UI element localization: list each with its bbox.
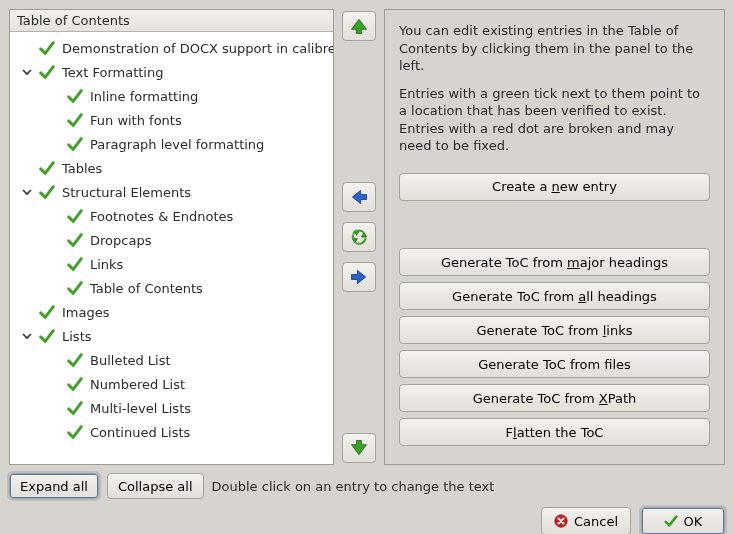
tree-item-label: Table of Contents: [88, 281, 203, 296]
tree-item-label: Bulleted List: [88, 353, 171, 368]
verified-tick-icon: [66, 351, 84, 369]
tree-item-label: Structural Elements: [60, 185, 191, 200]
tree-item-label: Fun with fonts: [88, 113, 182, 128]
generate-from-links-button[interactable]: Generate ToC from links: [399, 316, 710, 344]
expander-icon: [48, 209, 62, 223]
reorder-column: [340, 9, 378, 465]
outdent-button[interactable]: [342, 182, 376, 212]
move-down-button[interactable]: [342, 433, 376, 463]
expander-icon: [48, 89, 62, 103]
verified-tick-icon: [38, 183, 56, 201]
help-paragraph-2: Entries with a green tick next to them p…: [399, 85, 710, 155]
cancel-icon: [554, 514, 568, 528]
up-arrow-icon: [349, 16, 369, 36]
tree-item[interactable]: Multi-level Lists: [14, 396, 329, 420]
tree-item[interactable]: Structural Elements: [14, 180, 329, 204]
tree-item[interactable]: Numbered List: [14, 372, 329, 396]
tree-item[interactable]: Text Formatting: [14, 60, 329, 84]
expander-icon: [48, 281, 62, 295]
expander-icon[interactable]: [20, 65, 34, 79]
tree-item-label: Numbered List: [88, 377, 185, 392]
tree-item[interactable]: Footnotes & Endnotes: [14, 204, 329, 228]
tree-item-label: Images: [60, 305, 110, 320]
expander-icon[interactable]: [20, 185, 34, 199]
left-arrow-icon: [349, 187, 369, 207]
expander-icon: [20, 161, 34, 175]
verified-tick-icon: [66, 135, 84, 153]
indent-button[interactable]: [342, 262, 376, 292]
tree-item[interactable]: Paragraph level formatting: [14, 132, 329, 156]
right-arrow-icon: [349, 267, 369, 287]
tree-item[interactable]: Lists: [14, 324, 329, 348]
verified-tick-icon: [38, 303, 56, 321]
tree-item-label: Text Formatting: [60, 65, 163, 80]
collapse-all-button[interactable]: Collapse all: [107, 473, 204, 499]
expand-all-button[interactable]: Expand all: [9, 473, 99, 499]
expander-icon: [48, 401, 62, 415]
tree-item[interactable]: Bulleted List: [14, 348, 329, 372]
double-click-hint: Double click on an entry to change the t…: [212, 479, 495, 494]
ok-button[interactable]: OK: [641, 507, 725, 534]
tree-item-label: Multi-level Lists: [88, 401, 191, 416]
recycle-icon: [349, 227, 369, 247]
verified-tick-icon: [66, 231, 84, 249]
verified-tick-icon: [66, 255, 84, 273]
verified-tick-icon: [66, 87, 84, 105]
tree-item-label: Inline formatting: [88, 89, 198, 104]
flatten-toc-button[interactable]: Flatten the ToC: [399, 418, 710, 446]
generate-all-headings-button[interactable]: Generate ToC from all headings: [399, 282, 710, 310]
expander-icon: [48, 425, 62, 439]
tree-header: Table of Contents: [10, 10, 333, 32]
verified-tick-icon: [38, 159, 56, 177]
tree-item-label: Demonstration of DOCX support in calibre: [60, 41, 334, 56]
verified-tick-icon: [66, 111, 84, 129]
verified-tick-icon: [38, 327, 56, 345]
help-text: You can edit existing entries in the Tab…: [399, 22, 710, 165]
expander-icon: [48, 137, 62, 151]
tree-item[interactable]: Table of Contents: [14, 276, 329, 300]
expander-icon: [20, 41, 34, 55]
verified-tick-icon: [66, 375, 84, 393]
expander-icon: [48, 353, 62, 367]
tree-item[interactable]: Continued Lists: [14, 420, 329, 444]
down-arrow-icon: [349, 438, 369, 458]
tree-item[interactable]: Links: [14, 252, 329, 276]
expander-icon[interactable]: [20, 329, 34, 343]
ok-check-icon: [664, 514, 678, 528]
tree-item-label: Dropcaps: [88, 233, 151, 248]
cancel-button[interactable]: Cancel: [541, 507, 631, 534]
refresh-button[interactable]: [342, 222, 376, 252]
tree-item-label: Links: [88, 257, 123, 272]
expander-icon: [20, 305, 34, 319]
verified-tick-icon: [38, 63, 56, 81]
verified-tick-icon: [66, 207, 84, 225]
tree-item[interactable]: Demonstration of DOCX support in calibre: [14, 36, 329, 60]
verified-tick-icon: [38, 39, 56, 57]
generate-major-headings-button[interactable]: Generate ToC from major headings: [399, 248, 710, 276]
help-paragraph-1: You can edit existing entries in the Tab…: [399, 22, 710, 75]
generate-from-files-button[interactable]: Generate ToC from files: [399, 350, 710, 378]
expander-icon: [48, 377, 62, 391]
right-panel: You can edit existing entries in the Tab…: [384, 9, 725, 465]
tree-item-label: Continued Lists: [88, 425, 190, 440]
tree-item[interactable]: Tables: [14, 156, 329, 180]
expander-icon: [48, 233, 62, 247]
expander-icon: [48, 257, 62, 271]
toc-tree[interactable]: Table of Contents Demonstration of DOCX …: [9, 9, 334, 465]
generate-from-xpath-button[interactable]: Generate ToC from XPath: [399, 384, 710, 412]
create-entry-button[interactable]: Create a new entry: [399, 173, 710, 201]
move-up-button[interactable]: [342, 11, 376, 41]
tree-item[interactable]: Dropcaps: [14, 228, 329, 252]
expander-icon: [48, 113, 62, 127]
tree-item-label: Footnotes & Endnotes: [88, 209, 233, 224]
tree-item-label: Tables: [60, 161, 102, 176]
tree-item[interactable]: Images: [14, 300, 329, 324]
tree-item[interactable]: Inline formatting: [14, 84, 329, 108]
tree-item-label: Lists: [60, 329, 92, 344]
tree-item[interactable]: Fun with fonts: [14, 108, 329, 132]
verified-tick-icon: [66, 279, 84, 297]
verified-tick-icon: [66, 423, 84, 441]
tree-item-label: Paragraph level formatting: [88, 137, 264, 152]
verified-tick-icon: [66, 399, 84, 417]
